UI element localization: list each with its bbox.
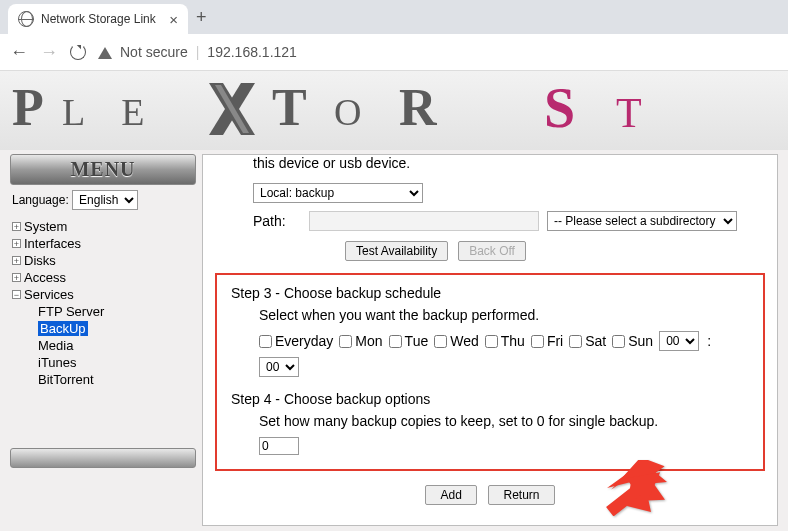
days-row: Everyday Mon Tue Wed Thu Fri Sat Sun 00 … [231, 331, 749, 377]
url-text: 192.168.1.121 [207, 44, 297, 60]
test-button-row: Test Availability Back Off [215, 235, 765, 267]
checkbox-everyday[interactable] [259, 335, 272, 348]
tree-item-access[interactable]: +Access [10, 269, 196, 286]
day-mon[interactable]: Mon [339, 333, 382, 349]
brand-logo: P L E T O R S T [4, 79, 784, 139]
browser-chrome: Network Storage Link × + ← → Not secure … [0, 0, 788, 71]
brand-banner: P L E T O R S T [0, 71, 788, 150]
close-icon[interactable]: × [169, 11, 178, 28]
tree-item-services[interactable]: −Services [10, 286, 196, 303]
time-separator: : [707, 333, 711, 349]
language-select[interactable]: English [72, 190, 138, 210]
checkbox-thu[interactable] [485, 335, 498, 348]
source-row: Local: backup [215, 179, 765, 207]
expand-icon[interactable]: + [12, 239, 21, 248]
forward-button[interactable]: → [40, 43, 58, 61]
url-separator: | [196, 44, 200, 60]
language-row: Language: English [10, 188, 196, 216]
step4-title: Step 4 - Choose backup options [231, 391, 749, 407]
tree-item-media[interactable]: Media [10, 337, 196, 354]
checkbox-sat[interactable] [569, 335, 582, 348]
step3-subtitle: Select when you want the backup performe… [231, 307, 749, 323]
tree-item-backup[interactable]: BackUp [10, 320, 196, 337]
path-row: Path: -- Please select a subdirectory -- [215, 207, 765, 235]
language-label: Language: [12, 193, 69, 207]
svg-text:L E: L E [62, 91, 159, 133]
day-wed[interactable]: Wed [434, 333, 479, 349]
address-bar: ← → Not secure | 192.168.1.121 [0, 34, 788, 70]
reload-button[interactable] [70, 44, 86, 60]
collapse-icon[interactable]: − [12, 290, 21, 299]
checkbox-tue[interactable] [389, 335, 402, 348]
svg-text:R: R [399, 79, 451, 136]
tree-item-itunes[interactable]: iTunes [10, 354, 196, 371]
day-fri[interactable]: Fri [531, 333, 563, 349]
steps-highlight-box: Step 3 - Choose backup schedule Select w… [215, 273, 765, 471]
step3-title: Step 3 - Choose backup schedule [231, 285, 749, 301]
return-button[interactable]: Return [488, 485, 554, 505]
tree-item-ftp[interactable]: FTP Server [10, 303, 196, 320]
back-button[interactable]: ← [10, 43, 28, 61]
main-panel: this device or usb device. Local: backup… [202, 154, 778, 526]
checkbox-sun[interactable] [612, 335, 625, 348]
expand-icon[interactable]: + [12, 222, 21, 231]
menu-title: MENU [70, 158, 135, 180]
hour-select[interactable]: 00 [659, 331, 699, 351]
checkbox-wed[interactable] [434, 335, 447, 348]
sidebar: MENU Language: English +System +Interfac… [10, 154, 196, 526]
tab-title: Network Storage Link [41, 12, 162, 26]
day-sat[interactable]: Sat [569, 333, 606, 349]
test-availability-button[interactable]: Test Availability [345, 241, 448, 261]
back-off-button[interactable]: Back Off [458, 241, 526, 261]
browser-tab[interactable]: Network Storage Link × [8, 4, 188, 34]
path-label: Path: [253, 213, 301, 229]
action-buttons: Add Return [215, 477, 765, 513]
svg-text:T: T [272, 79, 321, 136]
nav-tree: +System +Interfaces +Disks +Access −Serv… [10, 216, 196, 390]
minute-select[interactable]: 00 [259, 357, 299, 377]
svg-text:S: S [544, 79, 587, 139]
menu-header: MENU [10, 154, 196, 185]
copies-input[interactable] [259, 437, 299, 455]
tree-item-system[interactable]: +System [10, 218, 196, 235]
expand-icon[interactable]: + [12, 256, 21, 265]
warning-icon [98, 40, 112, 59]
new-tab-button[interactable]: + [196, 7, 207, 28]
day-sun[interactable]: Sun [612, 333, 653, 349]
source-select[interactable]: Local: backup [253, 183, 423, 203]
day-everyday[interactable]: Everyday [259, 333, 333, 349]
checkbox-mon[interactable] [339, 335, 352, 348]
checkbox-fri[interactable] [531, 335, 544, 348]
svg-text:P: P [12, 79, 58, 136]
tab-bar: Network Storage Link × + [0, 0, 788, 34]
not-secure-label: Not secure [120, 44, 188, 60]
day-thu[interactable]: Thu [485, 333, 525, 349]
globe-icon [18, 11, 34, 27]
subdirectory-select[interactable]: -- Please select a subdirectory -- [547, 211, 737, 231]
step4-subtitle: Set how many backup copies to keep, set … [231, 413, 749, 429]
add-button[interactable]: Add [425, 485, 476, 505]
tree-item-disks[interactable]: +Disks [10, 252, 196, 269]
tree-item-bittorrent[interactable]: BitTorrent [10, 371, 196, 388]
url-box[interactable]: Not secure | 192.168.1.121 [98, 43, 778, 62]
intro-text: this device or usb device. [215, 155, 765, 179]
expand-icon[interactable]: + [12, 273, 21, 282]
path-input[interactable] [309, 211, 539, 231]
svg-text:O: O [334, 91, 375, 133]
menu-footer [10, 448, 196, 468]
day-tue[interactable]: Tue [389, 333, 429, 349]
tree-item-interfaces[interactable]: +Interfaces [10, 235, 196, 252]
svg-text:T: T [616, 90, 654, 136]
